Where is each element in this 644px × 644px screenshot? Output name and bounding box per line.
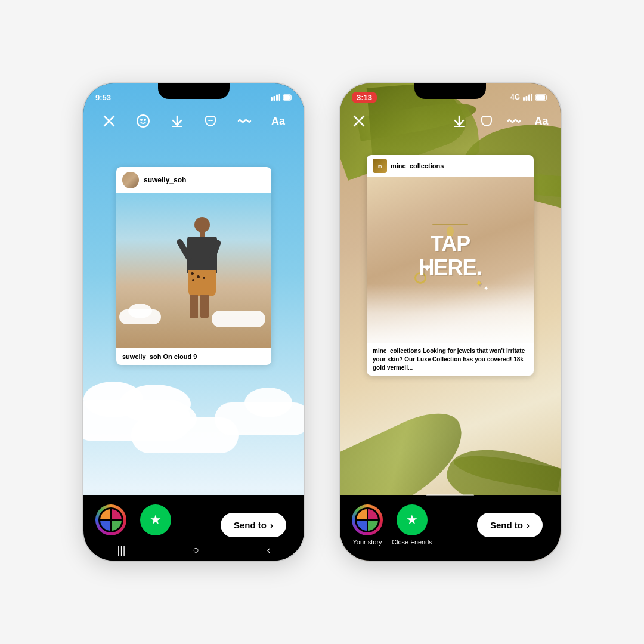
- nav-home-icon[interactable]: ○: [193, 544, 200, 556]
- phone-2: 3:13 4G: [340, 83, 561, 561]
- send-to-button[interactable]: Send to ›: [221, 513, 286, 537]
- svg-rect-5: [292, 96, 293, 99]
- download-icon[interactable]: [167, 111, 187, 131]
- svg-rect-19: [546, 96, 547, 99]
- story-grid-icon-2: [357, 509, 378, 531]
- post-caption-1: suwelly_soh On cloud 9: [116, 348, 271, 365]
- sparkle-icon-1: ✦: [423, 264, 431, 273]
- your-story-button-2[interactable]: Your story: [352, 504, 383, 546]
- story-grid-icon: [100, 509, 122, 531]
- post-card-2: m minc_collections: [367, 155, 534, 376]
- close-icon[interactable]: [99, 111, 119, 131]
- post-header-2: m minc_collections: [367, 155, 534, 177]
- text-tool-icon[interactable]: Aa: [268, 111, 289, 131]
- svg-point-9: [137, 115, 149, 127]
- signal-4g: 4G: [510, 93, 520, 101]
- text-tool-icon-2[interactable]: Aa: [531, 111, 552, 131]
- svg-point-11: [144, 119, 145, 120]
- your-story-label-2: Your story: [352, 538, 382, 546]
- face-filter-icon[interactable]: [200, 111, 221, 131]
- nav-bar-1: ||| ○ ‹: [83, 539, 304, 561]
- status-icons-1: [271, 94, 292, 101]
- post-caption-2: minc_collections Looking for jewels that…: [367, 343, 534, 376]
- phone-2-notch: [414, 83, 486, 99]
- brand-name: minc_collections: [391, 162, 444, 169]
- draw-icon-2[interactable]: [504, 111, 524, 131]
- story-buttons-2: Your story ★ Close Friends: [352, 504, 432, 546]
- nav-recent-icon[interactable]: |||: [117, 544, 126, 556]
- sparkle-icon-2: ✦: [484, 285, 488, 292]
- svg-point-10: [141, 119, 142, 120]
- send-to-label-2: Send to: [490, 520, 523, 530]
- phone-1-screen: 9:53: [83, 83, 304, 561]
- phone-1-notch: [158, 83, 230, 99]
- svg-rect-6: [284, 95, 290, 100]
- post-card-1: suwelly_soh: [116, 167, 271, 365]
- close-friends-circle: ★: [140, 504, 171, 535]
- post-image-2: TAP HERE. ✦ ✦: [367, 177, 534, 343]
- phone-1: 9:53: [83, 83, 304, 561]
- toolbar-2: Aa: [340, 106, 561, 136]
- post-username-1: suwelly_soh: [144, 176, 186, 184]
- svg-rect-20: [536, 95, 545, 100]
- download-icon-2[interactable]: [449, 111, 469, 131]
- toolbar-1: Aa: [83, 106, 304, 136]
- caption-brand-name: minc_collections: [373, 348, 421, 354]
- svg-rect-14: [523, 97, 525, 101]
- svg-rect-15: [525, 96, 527, 101]
- svg-rect-3: [279, 94, 281, 101]
- close-icon-2[interactable]: [349, 111, 369, 131]
- svg-rect-0: [271, 97, 273, 101]
- tap-line1: TAP: [419, 232, 481, 256]
- brand-logo: m: [373, 159, 387, 173]
- bottom-bar-2: Your story ★ Close Friends Send to: [340, 495, 561, 561]
- svg-rect-17: [531, 94, 532, 101]
- clouds: [83, 358, 304, 465]
- caption-username-1: suwelly_soh: [122, 353, 161, 360]
- caption-text-1: On cloud 9: [161, 353, 197, 360]
- scrollbar-indicator: [426, 494, 474, 496]
- phone-2-screen: 3:13 4G: [340, 83, 561, 561]
- draw-icon[interactable]: [234, 111, 255, 131]
- svg-rect-16: [528, 95, 530, 101]
- face-filter-icon-2[interactable]: [476, 111, 497, 131]
- post-avatar-1: [122, 172, 139, 188]
- send-to-arrow-icon-2: ›: [527, 520, 530, 530]
- scene: 9:53: [0, 0, 644, 644]
- post-card-header-1: suwelly_soh: [116, 167, 271, 193]
- toolbar-2-right: Aa: [449, 111, 552, 131]
- sticker-icon[interactable]: [133, 111, 153, 131]
- send-to-button-2[interactable]: Send to ›: [477, 513, 543, 537]
- close-friends-label-2: Close Friends: [392, 538, 432, 546]
- status-time-2: 3:13: [352, 92, 377, 103]
- close-friends-button-2[interactable]: ★ Close Friends: [392, 504, 432, 546]
- nav-back-icon[interactable]: ‹: [267, 544, 270, 556]
- post-image-1: [116, 193, 271, 348]
- send-to-label: Send to: [234, 520, 267, 530]
- svg-rect-1: [274, 96, 275, 101]
- status-time-1: 9:53: [95, 93, 111, 102]
- your-story-circle: [95, 504, 126, 535]
- tap-here-overlay: TAP HERE.: [419, 232, 481, 289]
- your-story-circle-2: [352, 504, 383, 535]
- close-friends-circle-2: ★: [397, 504, 428, 535]
- status-icons-2: 4G: [510, 93, 549, 101]
- svg-rect-2: [276, 95, 278, 101]
- bottom-actions-2: Your story ★ Close Friends Send to: [352, 504, 549, 546]
- send-to-arrow-icon: ›: [270, 520, 273, 530]
